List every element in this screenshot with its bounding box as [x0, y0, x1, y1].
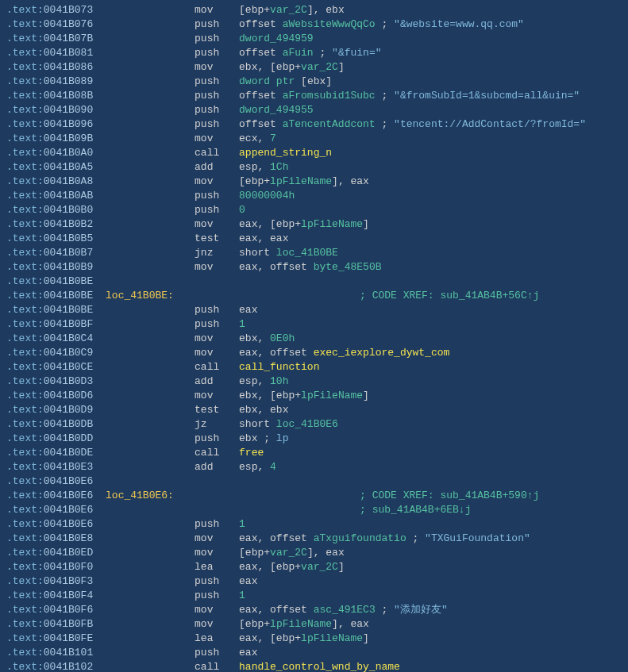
operand-token: ebx [307, 75, 326, 87]
asm-line[interactable]: .text:0041B0B0 push0 [6, 203, 622, 217]
address: 0041B102 [44, 661, 93, 672]
asm-line[interactable]: .text:0041B096 pushoffset aTencentAddcon… [6, 117, 622, 132]
mnemonic: lea [195, 632, 213, 646]
mnemonic: push [195, 517, 219, 532]
operand-token: + [295, 561, 301, 573]
operand-token: "&fromSubId=1&subcmd=all&uin=" [394, 90, 580, 102]
mnemonic: jnz [195, 246, 213, 260]
asm-line[interactable]: .text:0041B0E6 [6, 474, 622, 489]
asm-line[interactable]: .text:0041B0FE leaeax, [ebp+lpFileName] [6, 632, 622, 646]
asm-line[interactable]: .text:0041B101 pusheax [6, 646, 622, 660]
mnemonic: push [195, 46, 219, 60]
asm-line[interactable]: .text:0041B089 pushdword ptr [ebx] [6, 75, 622, 89]
asm-line[interactable]: .text:0041B090 pushdword_494955 [6, 103, 622, 117]
asm-line[interactable]: .text:0041B07B pushdword_494959 [6, 32, 622, 46]
mnemonic: jz [195, 417, 207, 432]
asm-line[interactable]: .text:0041B0F4 push1 [6, 589, 622, 603]
asm-line[interactable]: .text:0041B0FB mov[ebp+lpFileName], eax [6, 617, 622, 632]
asm-line[interactable]: .text:0041B09B movecx, 7 [6, 132, 622, 146]
asm-line[interactable]: .text:0041B0BE loc_41B0BE:; CODE XREF: s… [6, 289, 622, 303]
segment-prefix: .text: [6, 47, 44, 59]
segment-prefix: .text: [6, 361, 44, 373]
operand-token: [ [301, 75, 307, 87]
operand-token: offset [239, 118, 283, 130]
asm-line[interactable]: .text:0041B0B7 jnzshort loc_41B0BE [6, 246, 622, 260]
operand-token: lpFileName [301, 390, 363, 401]
operands: dword_494955 [239, 104, 314, 116]
asm-line[interactable]: .text:0041B0BF push1 [6, 317, 622, 332]
mnemonic: call [195, 360, 219, 374]
operand-token: var_2C [270, 4, 307, 16]
segment-prefix: .text: [6, 18, 44, 30]
asm-line[interactable]: .text:0041B0B2 moveax, [ebp+lpFileName] [6, 217, 622, 232]
segment-prefix: .text: [6, 661, 44, 672]
asm-line[interactable]: .text:0041B0DE callfree [6, 446, 622, 460]
operands: ebx, 0E0h [239, 332, 295, 344]
operand-token: loc_41B0BE [276, 247, 338, 259]
operand-token: lpFileName [270, 618, 332, 630]
asm-line[interactable]: .text:0041B073 mov[ebp+var_2C], ebx [6, 3, 622, 17]
address: 0041B076 [44, 18, 93, 30]
segment-prefix: .text: [6, 90, 44, 102]
asm-line[interactable]: .text:0041B08B pushoffset aFromsubid1Sub… [6, 89, 622, 103]
mnemonic: mov [195, 3, 213, 17]
operand-token: 1Ch [270, 161, 288, 173]
asm-line[interactable]: .text:0041B0CE callcall_function [6, 360, 622, 374]
asm-line[interactable]: .text:0041B0E6 push1 [6, 517, 622, 532]
asm-line[interactable]: .text:0041B0A0 callappend_string_n [6, 146, 622, 160]
address: 0041B0E3 [44, 461, 93, 473]
asm-line[interactable]: .text:0041B0D9 testebx, ebx [6, 403, 622, 417]
asm-line[interactable]: .text:0041B0ED mov[ebp+var_2C], eax [6, 546, 622, 560]
operand-token: eax [239, 561, 257, 573]
asm-line[interactable]: .text:0041B0F0 leaeax, [ebp+var_2C] [6, 560, 622, 574]
operand-token: ] [363, 218, 369, 230]
asm-line[interactable]: .text:0041B076 pushoffset aWebsiteWwwQqC… [6, 17, 622, 32]
asm-line[interactable]: .text:0041B102 callhandle_control_wnd_by… [6, 660, 622, 672]
asm-line[interactable]: .text:0041B0A8 mov[ebp+lpFileName], eax [6, 175, 622, 189]
asm-line[interactable]: .text:0041B0DB jzshort loc_41B0E6 [6, 417, 622, 432]
operand-token: ebx [270, 404, 288, 416]
operand-token: + [264, 547, 270, 559]
asm-line[interactable]: .text:0041B081 pushoffset aFuin ; "&fuin… [6, 46, 622, 60]
mnemonic: push [195, 646, 219, 660]
asm-line[interactable]: .text:0041B0DD pushebx ; lp [6, 432, 622, 446]
asm-line[interactable]: .text:0041B0E8 moveax, offset aTxguifoun… [6, 532, 622, 546]
mnemonic: push [195, 17, 219, 32]
mnemonic: push [195, 303, 219, 317]
asm-line[interactable]: .text:0041B0B5 testeax, eax [6, 232, 622, 246]
operand-token: , [ [257, 390, 275, 401]
asm-line[interactable]: .text:0041B0BE [6, 275, 622, 289]
address: 0041B081 [44, 47, 93, 59]
asm-line[interactable]: .text:0041B0E6 ; sub_41AB4B+6EB↓j [6, 503, 622, 517]
asm-line[interactable]: .text:0041B0AB push80000004h [6, 189, 622, 203]
operands: 1 [239, 318, 245, 330]
segment-prefix: .text: [6, 232, 44, 244]
operand-token: , [ [257, 218, 275, 230]
segment-prefix: .text: [6, 518, 44, 530]
operand-token: 1 [239, 518, 245, 530]
segment-prefix: .text: [6, 290, 44, 301]
asm-line[interactable]: .text:0041B0D6 movebx, [ebp+lpFileName] [6, 389, 622, 403]
asm-line[interactable]: .text:0041B0B9 moveax, offset byte_48E50… [6, 260, 622, 275]
asm-line[interactable]: .text:0041B0C9 moveax, offset exec_iexpl… [6, 346, 622, 360]
asm-line[interactable]: .text:0041B086 movebx, [ebp+var_2C] [6, 60, 622, 75]
asm-line[interactable]: .text:0041B0C4 movebx, 0E0h [6, 332, 622, 346]
operand-token: dword_494955 [239, 104, 314, 116]
mnemonic: push [195, 117, 219, 132]
asm-line[interactable]: .text:0041B0D3 addesp, 10h [6, 374, 622, 389]
segment-prefix: .text: [6, 75, 44, 87]
asm-line[interactable]: .text:0041B0F6 moveax, offset asc_491EC3… [6, 603, 622, 617]
address: 0041B0DD [44, 432, 93, 444]
mnemonic: call [195, 660, 219, 672]
segment-prefix: .text: [6, 632, 44, 644]
asm-line[interactable]: .text:0041B0BE pusheax [6, 303, 622, 317]
asm-line[interactable]: .text:0041B0F3 pusheax [6, 574, 622, 589]
operands: ebx, ebx [239, 404, 288, 416]
operand-token: eax [351, 175, 369, 187]
operands: handle_control_wnd_by_name [239, 661, 400, 672]
operand-token: 0 [239, 204, 245, 216]
segment-prefix: .text: [6, 33, 44, 44]
asm-line[interactable]: .text:0041B0E3 addesp, 4 [6, 460, 622, 474]
asm-line[interactable]: .text:0041B0A5 addesp, 1Ch [6, 160, 622, 175]
asm-line[interactable]: .text:0041B0E6 loc_41B0E6:; CODE XREF: s… [6, 489, 622, 503]
